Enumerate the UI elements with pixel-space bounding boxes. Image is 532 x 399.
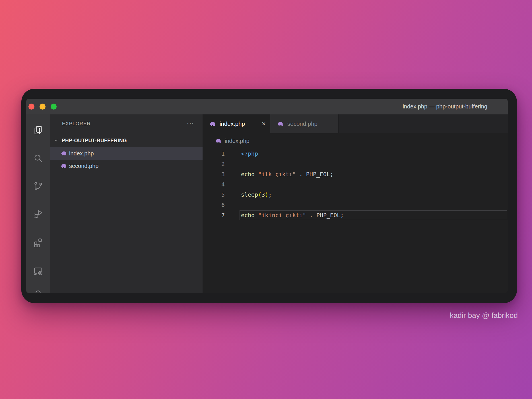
tab-bar: index.php × second.php [203,114,508,133]
search-icon[interactable] [33,153,43,163]
code-token: "ikinci çıktı" [258,212,306,219]
code-line[interactable]: 5sleep(3); [203,190,508,200]
code-text: echo "ikinci çıktı" . PHP_EOL; [225,212,344,219]
screenshot-card: index.php — php-output-buffering [21,89,517,303]
php-elephant-icon [215,138,222,144]
code-line[interactable]: 1<?php [203,149,508,159]
explorer-icon[interactable] [33,125,43,135]
php-elephant-icon [61,163,67,169]
code-token: ) [265,191,268,198]
php-elephant-icon [210,121,216,127]
tab-second-php[interactable]: second.php [270,114,339,133]
code-text [225,161,241,167]
php-elephant-icon [277,121,284,127]
window-title: index.php — php-output-buffering [403,99,487,114]
code-token: 3 [261,191,265,198]
code-line[interactable]: 2 [203,159,508,169]
code-line[interactable]: 3echo "ilk çıktı" . PHP_EOL; [203,169,508,179]
code-area[interactable]: 1<?php23echo "ilk çıktı" . PHP_EOL;45sle… [203,149,508,220]
code-token: "ilk çıktı" [258,171,296,178]
breadcrumb[interactable]: index.php [203,133,508,149]
code-text [225,201,241,208]
remote-explorer-icon[interactable] [33,266,43,276]
code-text [225,181,241,188]
minimize-window-button[interactable] [40,104,46,110]
file-name: index.php [69,147,94,160]
run-debug-icon[interactable] [33,209,43,219]
close-tab-icon[interactable]: × [262,120,266,127]
code-token: ; [268,191,272,198]
line-number: 1 [203,149,225,159]
file-item-index-php[interactable]: index.php [50,147,203,160]
watermark-text: kadir bay @ fabrikod [450,311,518,320]
vscode-window: index.php — php-output-buffering [26,99,508,293]
code-line[interactable]: 7echo "ikinci çıktı" . PHP_EOL; [203,210,508,220]
explorer-title: EXPLORER [62,114,91,133]
line-number: 4 [203,179,225,190]
tab-index-php[interactable]: index.php × [203,114,270,133]
explorer-sidebar: EXPLORER ⋯ PHP-OUTPUT-BUFFERING index.ph… [50,114,203,293]
zoom-window-button[interactable] [51,104,57,110]
code-token: ( [258,191,261,198]
titlebar: index.php — php-output-buffering [26,99,508,114]
file-item-second-php[interactable]: second.php [50,160,203,172]
editor-area: index.php × second.php index.php 1<?php2… [203,114,508,293]
code-token: sleep [241,191,258,198]
code-text: sleep(3); [225,191,272,198]
line-number: 2 [203,159,225,169]
code-token: . PHP_EOL; [296,171,333,178]
tab-label: second.php [287,120,317,127]
account-icon[interactable] [33,289,43,293]
chevron-down-icon [53,138,59,143]
activity-bar [26,114,50,293]
folder-name: PHP-OUTPUT-BUFFERING [62,135,127,146]
php-elephant-icon [61,150,67,157]
line-number: 3 [203,169,225,179]
line-number: 6 [203,200,225,210]
extensions-icon[interactable] [33,237,43,248]
code-token: <?php [241,150,258,157]
breadcrumb-file: index.php [225,133,249,149]
close-window-button[interactable] [28,104,34,110]
source-control-icon[interactable] [33,181,43,191]
explorer-header: EXPLORER ⋯ [50,114,203,133]
code-token: . PHP_EOL; [306,212,344,219]
code-line[interactable]: 6 [203,200,508,210]
folder-section-header[interactable]: PHP-OUTPUT-BUFFERING [50,135,203,146]
code-text: echo "ilk çıktı" . PHP_EOL; [225,171,333,178]
code-token: echo [241,212,258,219]
file-name: second.php [69,160,98,172]
code-token: echo [241,171,258,178]
code-text: <?php [225,150,258,157]
explorer-more-actions-icon[interactable]: ⋯ [187,114,195,133]
tab-label: index.php [220,120,245,127]
line-number: 5 [203,190,225,200]
code-line[interactable]: 4 [203,179,508,190]
line-number: 7 [203,210,225,220]
